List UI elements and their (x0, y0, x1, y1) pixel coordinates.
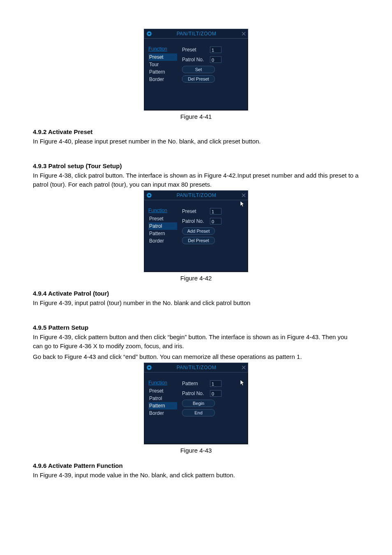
dialog-title: PAN/TILT/ZOOM (153, 31, 240, 37)
figure-4-43-wrap: PAN/TILT/ZOOM Function Preset Patrol Pat… (33, 363, 359, 454)
para-4-9-2: In Figure 4-40, please input preset numb… (33, 137, 359, 146)
patrol-no-input[interactable]: 0 (210, 390, 221, 397)
value-panel: Preset 1 Patrol No. 0 Add Preset Del Pre… (182, 208, 244, 246)
patrol-no-input[interactable]: 0 (210, 56, 221, 63)
function-item-preset[interactable]: Preset (148, 215, 177, 222)
function-item-pattern[interactable]: Pattern (148, 68, 177, 76)
function-item-patrol[interactable]: Patrol (148, 395, 177, 402)
figure-caption: Figure 4-41 (33, 113, 359, 120)
heading-4-9-2: 4.9.2 Activate Preset (33, 128, 359, 135)
dialog-title: PAN/TILT/ZOOM (153, 192, 240, 198)
function-item-preset[interactable]: Preset (148, 53, 177, 61)
heading-4-9-3: 4.9.3 Patrol setup (Tour Setup) (33, 162, 359, 169)
dialog-app-icon (145, 191, 153, 199)
para-4-9-5b: Go back to Figure 4-43 and click “end” b… (33, 352, 359, 361)
dialog-body: Function Preset Patrol Pattern Border Pr… (144, 200, 248, 272)
function-item-border[interactable]: Border (148, 409, 177, 417)
value-panel: Preset 1 Patrol No. 0 Set Del Preset (182, 46, 244, 85)
dialog-body: Function Preset Patrol Pattern Border Pa… (144, 372, 248, 444)
patrol-no-input[interactable]: 0 (210, 218, 221, 224)
set-button[interactable]: Set (182, 66, 215, 73)
cursor-icon (240, 380, 245, 388)
close-icon[interactable] (240, 363, 248, 372)
heading-4-9-5: 4.9.5 Pattern Setup (33, 324, 359, 331)
dialog-titlebar: PAN/TILT/ZOOM (144, 29, 248, 39)
para-4-9-3: In Figure 4-38, click patrol button. The… (33, 171, 359, 189)
preset-label: Preset (182, 208, 208, 214)
value-panel: Pattern 1 Patrol No. 0 Begin End (182, 380, 244, 419)
del-preset-button[interactable]: Del Preset (182, 237, 215, 244)
heading-4-9-6: 4.9.6 Activate Pattern Function (33, 462, 359, 469)
function-list: Function Preset Patrol Pattern Border (148, 380, 177, 419)
pattern-input[interactable]: 1 (210, 380, 221, 387)
add-preset-button[interactable]: Add Preset (182, 227, 215, 235)
close-icon[interactable] (240, 191, 248, 199)
ptz-dialog-42: PAN/TILT/ZOOM Function Preset Patrol Pat… (144, 190, 248, 272)
function-item-preset[interactable]: Preset (148, 387, 177, 395)
function-item-patrol[interactable]: Patrol (148, 222, 177, 230)
para-4-9-6: In Figure 4-39, input mode value in the … (33, 471, 359, 480)
page: PAN/TILT/ZOOM Function Preset Tour Patte… (0, 0, 392, 555)
preset-input[interactable]: 1 (210, 46, 221, 53)
patrol-no-label: Patrol No. (182, 391, 208, 396)
dialog-titlebar: PAN/TILT/ZOOM (144, 191, 248, 200)
preset-input[interactable]: 1 (210, 208, 221, 215)
function-header: Function (148, 46, 177, 52)
function-item-border[interactable]: Border (148, 76, 177, 83)
figure-4-42-wrap: PAN/TILT/ZOOM Function Preset Patrol Pat… (33, 190, 359, 282)
function-header: Function (148, 380, 177, 386)
pattern-label: Pattern (182, 381, 208, 386)
figure-caption: Figure 4-43 (33, 447, 359, 454)
begin-button[interactable]: Begin (182, 400, 215, 407)
function-header: Function (148, 208, 177, 213)
patrol-no-label: Patrol No. (182, 218, 208, 224)
dialog-titlebar: PAN/TILT/ZOOM (144, 363, 248, 372)
function-list: Function Preset Tour Pattern Border (148, 46, 177, 85)
ptz-dialog-41: PAN/TILT/ZOOM Function Preset Tour Patte… (144, 29, 248, 111)
end-button[interactable]: End (182, 409, 215, 416)
function-item-pattern[interactable]: Pattern (148, 402, 177, 409)
function-item-border[interactable]: Border (148, 237, 177, 245)
para-4-9-4: In Figure 4-39, input patrol (tour) numb… (33, 298, 359, 308)
dialog-app-icon (145, 30, 153, 38)
function-item-pattern[interactable]: Pattern (148, 230, 177, 237)
heading-4-9-4: 4.9.4 Activate Patrol (tour) (33, 290, 359, 297)
ptz-dialog-43: PAN/TILT/ZOOM Function Preset Patrol Pat… (144, 363, 248, 444)
dialog-app-icon (145, 363, 153, 372)
figure-4-41-wrap: PAN/TILT/ZOOM Function Preset Tour Patte… (33, 29, 359, 120)
dialog-title: PAN/TILT/ZOOM (153, 365, 240, 370)
dialog-body: Function Preset Tour Pattern Border Pres… (144, 39, 248, 110)
preset-label: Preset (182, 47, 208, 53)
para-4-9-5a: In Figure 4-39, click pattern button and… (33, 333, 359, 351)
function-list: Function Preset Patrol Pattern Border (148, 208, 177, 246)
function-item-tour[interactable]: Tour (148, 61, 177, 68)
del-preset-button[interactable]: Del Preset (182, 75, 215, 83)
close-icon[interactable] (240, 30, 248, 38)
figure-caption: Figure 4-42 (33, 275, 359, 282)
cursor-icon (240, 201, 245, 209)
patrol-no-label: Patrol No. (182, 57, 208, 62)
